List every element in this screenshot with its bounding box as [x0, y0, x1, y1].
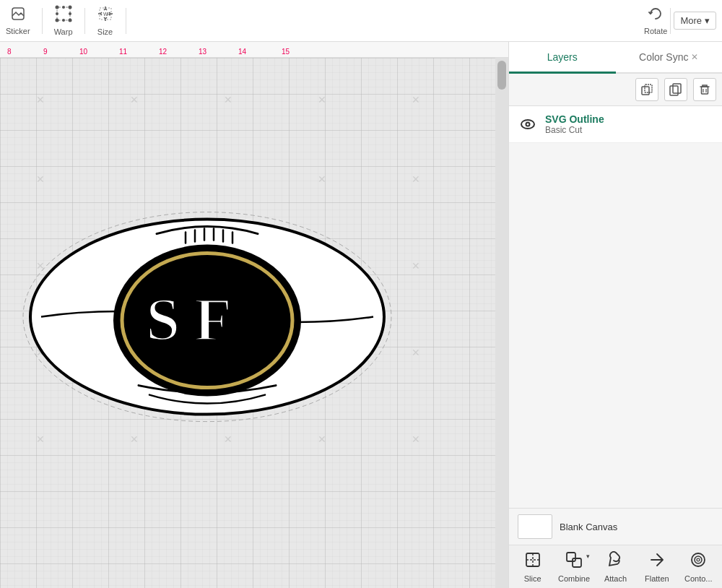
blank-canvas-row[interactable]: Blank Canvas — [509, 508, 722, 545]
contour-button[interactable]: Conto... — [679, 551, 717, 583]
svg-point-5 — [68, 19, 71, 22]
attach-button[interactable]: Attach — [596, 551, 634, 583]
svg-point-42 — [695, 556, 702, 563]
cross5: ✕ — [412, 94, 420, 105]
rotate-icon — [648, 6, 664, 25]
bottom-toolbar: Slice Combine ▾ Attach — [509, 545, 722, 588]
slice-icon — [524, 551, 542, 572]
sticker-icon — [10, 6, 26, 25]
canvas[interactable]: ✕ ✕ ✕ ✕ ✕ ✕ ✕ ✕ ✕ ✕ ✕ ✕ ✕ ✕ ✕ ✕ ✕ ✕ ✕ ✕ — [0, 58, 508, 588]
cross15: ✕ — [412, 347, 420, 358]
size-icon: W H — [97, 5, 114, 26]
slice-button[interactable]: Slice — [514, 551, 552, 583]
svg-rect-29 — [673, 84, 681, 93]
duplicate-button[interactable] — [635, 78, 658, 101]
delete-button[interactable] — [693, 78, 716, 101]
svg-rect-1 — [57, 7, 70, 20]
tab-color-sync[interactable]: Color Sync ✕ — [616, 42, 723, 74]
blank-canvas-area — [509, 143, 722, 508]
combine-icon — [565, 551, 583, 572]
svg-point-3 — [68, 6, 71, 9]
svg-point-35 — [527, 124, 529, 126]
ruler-mark-11: 11 — [119, 48, 127, 56]
separator3 — [126, 8, 126, 34]
layer-item[interactable]: SVG Outline Basic Cut — [509, 106, 722, 143]
svg-point-8 — [56, 12, 58, 15]
scrollbar-thumb[interactable] — [497, 61, 506, 90]
cross4: ✕ — [318, 94, 326, 105]
panel-toolbar — [509, 74, 722, 106]
svg-text:F: F — [194, 285, 232, 353]
svg-text:S: S — [146, 285, 180, 353]
ruler-mark-8: 8 — [7, 48, 12, 56]
ruler-mark-10: 10 — [79, 48, 87, 56]
blank-canvas-label: Blank Canvas — [560, 522, 617, 532]
ruler-mark-12: 12 — [159, 48, 167, 56]
size-tool[interactable]: W H Size — [97, 5, 114, 36]
svg-rect-28 — [670, 86, 678, 95]
copy-icon — [669, 83, 682, 96]
svg-point-9 — [69, 12, 71, 15]
copy-button[interactable] — [664, 78, 687, 101]
eye-icon — [519, 116, 536, 133]
canvas-grid: ✕ ✕ ✕ ✕ ✕ ✕ ✕ ✕ ✕ ✕ ✕ ✕ ✕ ✕ ✕ ✕ ✕ ✕ ✕ ✕ — [0, 58, 495, 588]
cross20: ✕ — [412, 433, 420, 445]
svg-rect-40 — [573, 558, 581, 567]
ruler-mark-9: 9 — [43, 48, 48, 56]
color-sync-close[interactable]: ✕ — [691, 52, 698, 62]
cross1: ✕ — [36, 94, 45, 105]
ruler-mark-13: 13 — [199, 48, 206, 56]
svg-rect-27 — [645, 85, 652, 92]
svg-point-41 — [692, 553, 705, 566]
canvas-area: 8 9 10 11 12 13 14 15 ✕ ✕ ✕ ✕ ✕ ✕ ✕ ✕ ✕ … — [0, 42, 508, 588]
combine-dropdown-arrow: ▾ — [586, 553, 590, 560]
tab-layers[interactable]: Layers — [509, 42, 616, 74]
ruler-mark-14: 14 — [238, 48, 246, 56]
layer-type: Basic Cut — [545, 125, 713, 135]
warp-icon — [55, 5, 72, 26]
rotate-tool[interactable]: Rotate — [644, 6, 667, 35]
svg-rect-26 — [642, 87, 649, 95]
layer-name: SVG Outline — [545, 113, 713, 125]
ruler-top: 8 9 10 11 12 13 14 15 — [0, 42, 508, 58]
cross8: ✕ — [412, 173, 420, 185]
svg-rect-39 — [567, 553, 575, 561]
combine-button[interactable]: Combine ▾ — [555, 551, 593, 583]
separator2 — [84, 8, 85, 34]
cross10: ✕ — [412, 260, 420, 272]
svg-text:H: H — [107, 12, 110, 17]
more-button[interactable]: More ▾ — [674, 12, 716, 30]
separator4 — [670, 8, 671, 34]
blank-canvas-thumbnail — [518, 514, 552, 539]
separator — [42, 8, 43, 34]
svg-rect-30 — [702, 87, 708, 94]
panel-tabs: Layers Color Sync ✕ — [509, 42, 722, 74]
vertical-scrollbar[interactable] — [495, 58, 508, 588]
visibility-toggle[interactable] — [518, 114, 538, 134]
sticker-tool[interactable]: Sticker — [6, 6, 30, 35]
contour-icon — [690, 551, 707, 572]
svg-point-6 — [62, 6, 65, 9]
right-panel: Layers Color Sync ✕ — [508, 42, 722, 588]
cross3: ✕ — [224, 94, 232, 105]
layer-info: SVG Outline Basic Cut — [545, 113, 713, 135]
main-toolbar: Sticker Warp W H — [0, 0, 722, 42]
flatten-button[interactable]: Flatten — [638, 551, 676, 583]
warp-tool[interactable]: Warp — [54, 5, 73, 36]
football-image[interactable]: S F — [5, 165, 409, 469]
svg-point-4 — [55, 19, 58, 22]
duplicate-icon — [640, 83, 653, 96]
svg-point-43 — [697, 558, 700, 561]
main-area: 8 9 10 11 12 13 14 15 ✕ ✕ ✕ ✕ ✕ ✕ ✕ ✕ ✕ … — [0, 42, 722, 588]
ruler-mark-15: 15 — [282, 48, 290, 56]
attach-icon — [606, 551, 624, 572]
flatten-icon — [648, 551, 666, 572]
cross2: ✕ — [130, 94, 139, 105]
trash-icon — [698, 83, 711, 96]
svg-point-2 — [55, 6, 58, 9]
svg-point-7 — [62, 19, 65, 22]
